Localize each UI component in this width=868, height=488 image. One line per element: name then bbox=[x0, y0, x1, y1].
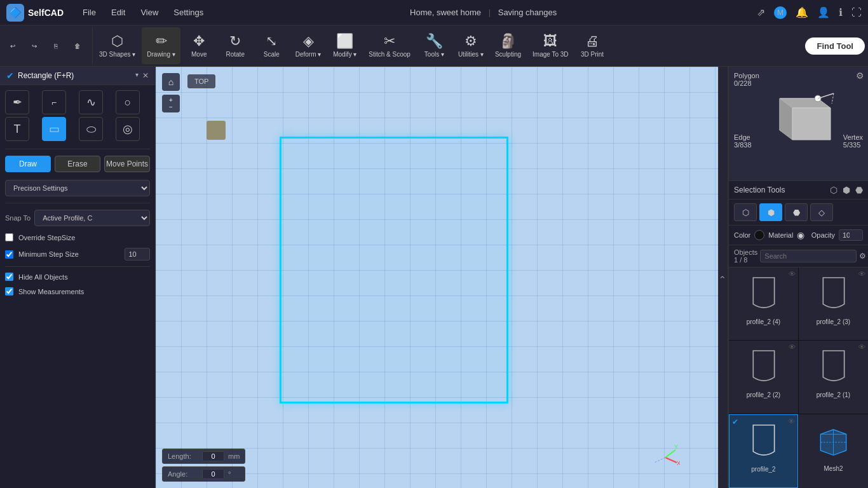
right-collapse-arrow[interactable]: ‹ bbox=[718, 67, 728, 488]
draw-button[interactable]: Draw bbox=[5, 156, 51, 172]
sel-mode-vertex[interactable]: ◇ bbox=[810, 203, 833, 221]
objects-search-input[interactable] bbox=[760, 250, 857, 262]
obj-name-profile-2: profile_2 bbox=[751, 466, 775, 473]
panel-check-icon[interactable]: ✔ bbox=[6, 71, 14, 81]
rectangle-outline bbox=[280, 137, 508, 403]
move-points-button[interactable]: Move Points bbox=[104, 156, 150, 172]
toolbar: ↩ ↪ ⎘ 🗑 ⬡ 3D Shapes ▾ ✏ Drawing ▾ ✥ Move… bbox=[0, 25, 868, 67]
sel-mode-face[interactable]: ⬢ bbox=[759, 203, 782, 221]
minimum-step-checkbox[interactable] bbox=[5, 250, 13, 259]
tool-drawing[interactable]: ✏ Drawing ▾ bbox=[142, 27, 180, 64]
show-measurements-checkbox[interactable] bbox=[5, 287, 13, 295]
menu-view[interactable]: View bbox=[134, 5, 165, 20]
angle-input[interactable] bbox=[202, 469, 224, 479]
override-stepsize-label: Override StepSize bbox=[18, 234, 75, 241]
undo-button[interactable]: ↩ bbox=[3, 27, 22, 64]
object-card-profile-2-1[interactable]: 👁 profile_2 (1) bbox=[799, 341, 868, 413]
obj-eye-icon[interactable]: 👁 bbox=[788, 417, 795, 425]
canvas-area[interactable]: ⌂ +− TOP X Y Length: mm Angle: bbox=[156, 67, 718, 488]
viewport-3d: ⚙ Polygon 0/228 bbox=[729, 67, 868, 181]
draw-tool-corner[interactable]: ⌐ bbox=[42, 90, 66, 114]
length-input[interactable] bbox=[202, 451, 224, 461]
logo-text: SelfCAD bbox=[28, 8, 64, 18]
canvas-zoom-control[interactable]: +− bbox=[162, 95, 180, 112]
draw-tool-circle-outline[interactable]: ○ bbox=[116, 90, 140, 114]
canvas-home-button[interactable]: ⌂ bbox=[162, 73, 180, 91]
menu-file[interactable]: File bbox=[76, 5, 102, 20]
color-picker[interactable] bbox=[754, 230, 764, 240]
menu-edit[interactable]: Edit bbox=[105, 5, 132, 20]
sel-icon-2[interactable]: ⬢ bbox=[843, 185, 850, 195]
opacity-input[interactable] bbox=[839, 229, 863, 241]
tool-rotate[interactable]: ↻ Rotate bbox=[218, 27, 253, 64]
objects-count-label: Objects 1 / 8 bbox=[734, 248, 757, 264]
user-icon[interactable]: 👤 bbox=[817, 6, 830, 18]
m-icon[interactable]: M bbox=[774, 6, 787, 19]
panel-close-icon[interactable]: ✕ bbox=[142, 71, 149, 80]
minimum-step-input[interactable] bbox=[125, 248, 150, 261]
tool-modify[interactable]: ⬜ Modify ▾ bbox=[327, 27, 362, 64]
draw-tool-pen[interactable]: ✒ bbox=[5, 90, 29, 114]
obj-eye-icon[interactable]: 👁 bbox=[858, 270, 865, 278]
override-stepsize-checkbox[interactable] bbox=[5, 233, 13, 241]
tool-stitch-scoop[interactable]: ✂ Stitch & Scoop bbox=[363, 27, 416, 64]
obj-name-profile-2-4: profile_2 (4) bbox=[747, 318, 780, 325]
erase-button[interactable]: Erase bbox=[55, 156, 100, 172]
bell-icon[interactable]: 🔔 bbox=[796, 6, 808, 18]
svg-line-1 bbox=[665, 450, 675, 458]
menu-settings[interactable]: Settings bbox=[167, 5, 210, 20]
angle-unit: ° bbox=[228, 470, 231, 478]
obj-thumb-profile-2-2 bbox=[738, 344, 789, 389]
draw-tool-text[interactable]: T bbox=[5, 117, 29, 141]
tool-utilities[interactable]: ⚙ Utilities ▾ bbox=[453, 27, 489, 64]
tool-image-to-3d[interactable]: 🖼 Image To 3D bbox=[527, 27, 574, 64]
snap-to-row: Snap To Active Profile, C bbox=[0, 206, 155, 230]
sel-mode-edge[interactable]: ⬣ bbox=[785, 203, 808, 221]
sel-icon-3[interactable]: ⬣ bbox=[855, 185, 863, 195]
snap-to-dropdown[interactable]: Active Profile, C bbox=[34, 210, 150, 226]
draw-tool-ellipse[interactable]: ⬭ bbox=[79, 117, 103, 141]
copy-button[interactable]: ⎘ bbox=[46, 27, 65, 64]
fullscreen-icon[interactable]: ⛶ bbox=[851, 7, 862, 18]
obj-eye-icon[interactable]: 👁 bbox=[789, 270, 796, 278]
object-card-profile-2-2[interactable]: 👁 profile_2 (2) bbox=[729, 341, 798, 413]
selection-tools-label: Selection Tools bbox=[734, 186, 830, 194]
precision-settings-dropdown[interactable]: Precison Settings bbox=[5, 180, 150, 196]
draw-tool-rect[interactable]: ▭ bbox=[42, 117, 66, 141]
hide-all-objects-label: Hide All Objects bbox=[18, 273, 68, 281]
delete-button[interactable]: 🗑 bbox=[68, 27, 87, 64]
divider-3 bbox=[5, 266, 150, 267]
tool-3d-print[interactable]: 🖨 3D Print bbox=[575, 27, 610, 64]
tool-deform[interactable]: ◈ Deform ▾ bbox=[290, 27, 327, 64]
object-card-profile-2[interactable]: ✔ 👁 profile_2 bbox=[729, 414, 798, 488]
viewport-gear-icon[interactable]: ⚙ bbox=[856, 71, 864, 81]
obj-eye-icon[interactable]: 👁 bbox=[858, 343, 865, 351]
obj-eye-icon[interactable]: 👁 bbox=[789, 343, 796, 351]
tool-sculpting[interactable]: 🗿 Sculpting bbox=[490, 27, 526, 64]
svg-line-11 bbox=[832, 93, 834, 104]
hide-all-objects-checkbox[interactable] bbox=[5, 273, 13, 281]
draw-tool-ring[interactable]: ◎ bbox=[116, 117, 140, 141]
tool-move[interactable]: ✥ Move bbox=[182, 27, 217, 64]
sel-icon-1[interactable]: ⬡ bbox=[830, 185, 837, 195]
viewport-label: TOP bbox=[187, 74, 215, 88]
tool-scale[interactable]: ⤡ Scale bbox=[254, 27, 289, 64]
tool-tools[interactable]: 🔧 Tools ▾ bbox=[417, 27, 452, 64]
obj-thumb-mesh2 bbox=[808, 418, 859, 463]
draw-tool-curve[interactable]: ∿ bbox=[79, 90, 103, 114]
material-icon[interactable]: ◉ bbox=[797, 230, 804, 240]
tool-3d-shapes[interactable]: ⬡ 3D Shapes ▾ bbox=[94, 27, 140, 64]
find-tool-button[interactable]: Find Tool bbox=[805, 37, 865, 55]
object-card-mesh2[interactable]: Mesh2 bbox=[799, 414, 868, 488]
object-card-profile-2-4[interactable]: 👁 profile_2 (4) bbox=[729, 268, 798, 340]
obj-thumb-profile-2 bbox=[738, 419, 789, 463]
redo-button[interactable]: ↪ bbox=[25, 27, 44, 64]
sel-mode-object[interactable]: ⬡ bbox=[734, 203, 757, 221]
info-icon[interactable]: ℹ bbox=[839, 6, 843, 18]
selection-tools-header: Selection Tools ⬡ ⬢ ⬣ bbox=[729, 181, 868, 200]
share-icon[interactable]: ⇗ bbox=[757, 6, 765, 18]
svg-line-2 bbox=[654, 458, 665, 463]
panel-dropdown-arrow[interactable]: ▾ bbox=[135, 71, 139, 80]
object-card-profile-2-3[interactable]: 👁 profile_2 (3) bbox=[799, 268, 868, 340]
objects-gear-icon[interactable]: ⚙ bbox=[859, 252, 866, 261]
